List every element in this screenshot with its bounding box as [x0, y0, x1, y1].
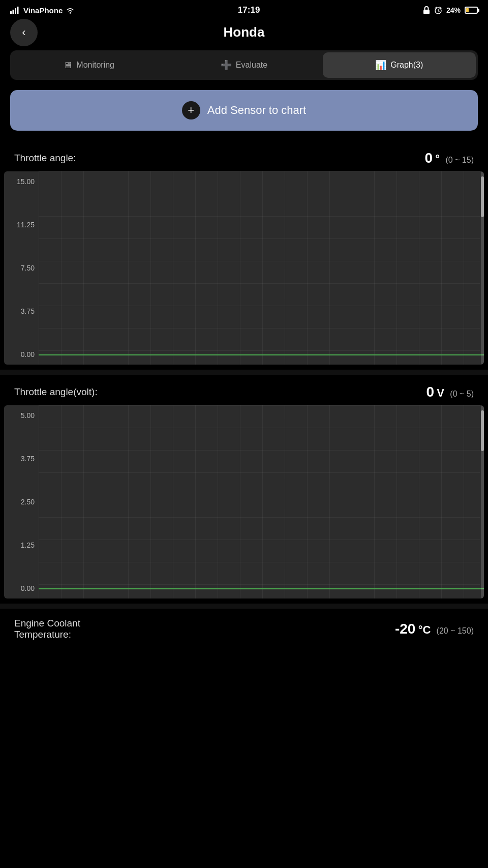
svg-rect-1 [13, 10, 14, 14]
chart-coolant-value: -20 °C (20 ~ 150) [395, 621, 474, 637]
tab-monitoring-label: Monitoring [76, 61, 114, 70]
tab-graph[interactable]: 📊 Graph(3) [323, 52, 476, 78]
chart-throttle-volt-value: 0 V (0 ~ 5) [426, 384, 474, 400]
tab-evaluate[interactable]: ➕ Evaluate [167, 52, 320, 78]
chart-throttle-angle-canvas: 15.00 11.25 7.50 3.75 0.00 [4, 171, 484, 365]
coolant-value-num: -20 [395, 621, 415, 637]
battery-icon-container [465, 7, 478, 14]
add-sensor-label: Add Sensor to chart [207, 104, 306, 117]
carrier-name: VinaPhone [23, 6, 63, 15]
volt-y-axis-labels: 5.00 3.75 2.50 1.25 0.00 [4, 405, 39, 598]
volt-data-line [39, 588, 484, 589]
status-bar: VinaPhone 17:19 24% [0, 0, 488, 19]
throttle-volt-value-num: 0 [426, 384, 434, 400]
volt-scrollbar-thumb[interactable] [481, 410, 484, 451]
volt-y-label-1: 3.75 [4, 455, 39, 463]
chart-throttle-angle-volt: Throttle angle(volt): 0 V (0 ~ 5) 5.00 3… [0, 375, 488, 598]
chart-throttle-angle-value: 0 ° (0 ~ 15) [424, 150, 474, 166]
y-label-3: 3.75 [4, 307, 39, 315]
coolant-value-unit: °C [418, 623, 431, 636]
chart-throttle-angle-header: Throttle angle: 0 ° (0 ~ 15) [0, 141, 488, 171]
chart-coolant-label-text: Engine CoolantTemperature: [14, 618, 80, 640]
tab-bar: 🖥 Monitoring ➕ Evaluate 📊 Graph(3) [10, 50, 478, 80]
chart-throttle-volt-header: Throttle angle(volt): 0 V (0 ~ 5) [0, 375, 488, 405]
data-line [39, 354, 484, 355]
chart-coolant-section: Engine CoolantTemperature: -20 °C (20 ~ … [0, 609, 488, 666]
y-axis-labels: 15.00 11.25 7.50 3.75 0.00 [4, 171, 39, 365]
status-time: 17:19 [238, 5, 260, 15]
y-label-1: 11.25 [4, 221, 39, 229]
tab-monitoring[interactable]: 🖥 Monitoring [12, 52, 165, 78]
chart-throttle-volt-canvas: 5.00 3.75 2.50 1.25 0.00 [4, 405, 484, 598]
plus-circle-icon: + [182, 101, 200, 119]
svg-rect-2 [15, 8, 16, 14]
page-title: Honda [224, 24, 265, 40]
back-button[interactable]: ‹ [10, 19, 38, 46]
section-divider-1 [0, 370, 488, 375]
lock-icon [423, 6, 430, 14]
scrollbar-thumb[interactable] [481, 176, 484, 217]
coolant-value-range: (20 ~ 150) [437, 626, 474, 635]
back-icon: ‹ [22, 26, 25, 39]
battery-icon [465, 7, 478, 14]
header: ‹ Honda [0, 19, 488, 50]
chart-coolant-label: Engine CoolantTemperature: [14, 618, 80, 640]
svg-rect-3 [17, 7, 19, 14]
section-divider-2 [0, 604, 488, 609]
throttle-volt-value-unit: V [437, 386, 444, 399]
throttle-angle-value-unit: ° [435, 153, 440, 165]
scrollbar[interactable] [481, 171, 484, 365]
svg-rect-4 [423, 10, 430, 14]
throttle-volt-value-range: (0 ~ 5) [450, 390, 474, 398]
tab-graph-label: Graph(3) [390, 61, 423, 70]
battery-fill [466, 8, 469, 12]
chart-throttle-volt-label: Throttle angle(volt): [14, 386, 98, 398]
throttle-angle-value-num: 0 [424, 150, 433, 166]
graph-icon: 📊 [375, 59, 386, 71]
tab-evaluate-label: Evaluate [236, 61, 267, 70]
throttle-angle-value-range: (0 ~ 15) [445, 156, 474, 164]
chart-coolant-header: Engine CoolantTemperature: -20 °C (20 ~ … [0, 609, 488, 645]
chart-volt-grid [39, 405, 480, 598]
chart-grid [39, 171, 480, 365]
volt-y-label-0: 5.00 [4, 411, 39, 420]
svg-rect-0 [10, 11, 12, 14]
volt-y-label-3: 1.25 [4, 541, 39, 549]
y-label-4: 0.00 [4, 350, 39, 358]
battery-percent: 24% [446, 6, 461, 14]
wifi-icon [66, 7, 75, 14]
chart-throttle-angle: Throttle angle: 0 ° (0 ~ 15) 15.00 11.25… [0, 141, 488, 365]
chart-throttle-angle-label: Throttle angle: [14, 153, 76, 164]
volt-y-label-2: 2.50 [4, 498, 39, 506]
y-label-2: 7.50 [4, 264, 39, 272]
volt-scrollbar[interactable] [481, 405, 484, 598]
plus-icon: + [188, 104, 194, 117]
volt-y-label-4: 0.00 [4, 584, 39, 592]
evaluate-icon: ➕ [221, 59, 232, 71]
add-sensor-button[interactable]: + Add Sensor to chart [10, 90, 478, 131]
status-right: 24% [423, 6, 478, 14]
status-left: VinaPhone [10, 6, 75, 15]
y-label-0: 15.00 [4, 177, 39, 186]
signal-icon [10, 6, 20, 14]
alarm-icon [434, 6, 442, 14]
monitor-icon: 🖥 [63, 60, 72, 71]
